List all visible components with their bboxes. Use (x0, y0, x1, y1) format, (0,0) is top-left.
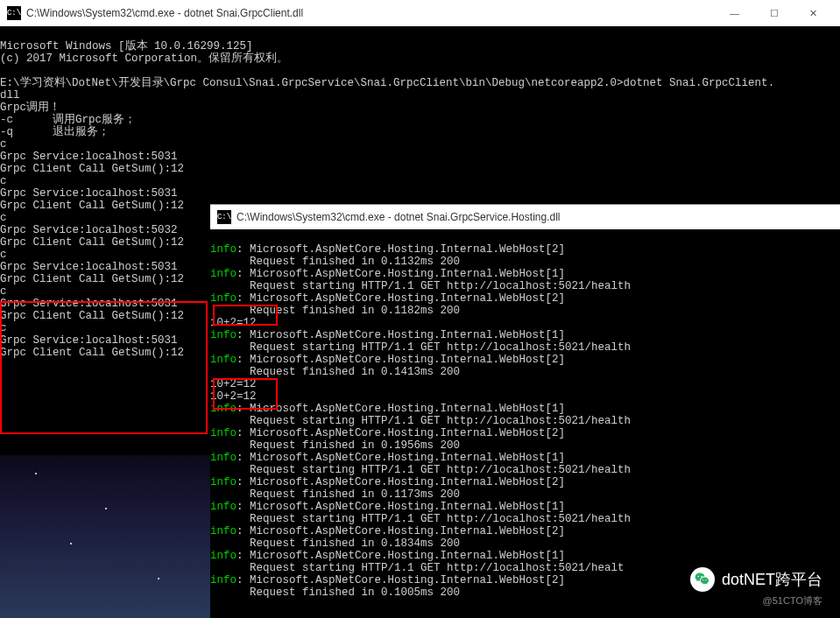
maximize-button[interactable]: ☐ (754, 0, 794, 26)
terminal-line: dll (0, 89, 20, 102)
watermark-text: dotNET跨平台 (722, 569, 822, 590)
info-label: info (210, 292, 236, 305)
terminal-line: c (0, 175, 7, 187)
window1-title: C:\Windows\System32\cmd.exe - dotnet Sna… (26, 7, 303, 19)
info-label: info (210, 354, 236, 366)
minimize-button[interactable]: — (715, 0, 754, 26)
terminal-line: (c) 2017 Microsoft Corporation。保留所有权利。 (0, 53, 288, 65)
window1-titlebar: C:\ C:\Windows\System32\cmd.exe - dotnet… (0, 0, 840, 26)
terminal-line: Microsoft Windows [版本 10.0.16299.125] (0, 40, 253, 53)
info-label: info (210, 476, 236, 488)
cmd-icon: C:\ (7, 6, 21, 20)
info-label: info (210, 525, 236, 537)
terminal-line: : Microsoft.AspNetCore.Hosting.Internal.… (236, 292, 565, 305)
terminal-line: : Microsoft.AspNetCore.Hosting.Internal.… (236, 476, 565, 488)
terminal-line: Grpc Service:localhost:5031 (0, 187, 178, 200)
window2: C:\ C:\Windows\System32\cmd.exe - dotnet… (210, 204, 840, 618)
terminal-line: Grpc Client Call GetSum():12 (0, 310, 184, 322)
terminal-line: Request starting HTTP/1.1 GET http://loc… (210, 464, 631, 476)
info-label: info (210, 268, 236, 280)
terminal-line: Request starting HTTP/1.1 GET http://loc… (210, 562, 625, 574)
terminal-line: Grpc调用！ (0, 102, 60, 114)
terminal-line: : Microsoft.AspNetCore.Hosting.Internal.… (236, 574, 565, 586)
info-label: info (210, 550, 236, 562)
terminal-line: : Microsoft.AspNetCore.Hosting.Internal.… (236, 427, 565, 439)
terminal-line: : Microsoft.AspNetCore.Hosting.Internal.… (236, 268, 565, 280)
info-label: info (210, 427, 236, 439)
terminal-line: Request starting HTTP/1.1 GET http://loc… (210, 280, 631, 292)
terminal-line: Grpc Client Call GetSum():12 (0, 200, 184, 212)
terminal-line: Grpc Client Call GetSum():12 (0, 347, 184, 359)
terminal-line: Request finished in 0.1132ms 200 (210, 256, 460, 268)
terminal-line: Grpc Client Call GetSum():12 (0, 236, 184, 249)
terminal-line: Request starting HTTP/1.1 GET http://loc… (210, 513, 631, 525)
terminal-line: Grpc Service:localhost:5031 (0, 151, 178, 163)
terminal2[interactable]: info: Microsoft.AspNetCore.Hosting.Inter… (210, 229, 840, 613)
terminal-line: Request finished in 0.1005ms 200 (210, 586, 460, 599)
terminal-line: : Microsoft.AspNetCore.Hosting.Internal.… (236, 354, 565, 366)
terminal-line: c (0, 249, 7, 261)
info-label: info (210, 329, 236, 341)
terminal-line: Grpc Service:localhost:5031 (0, 334, 178, 347)
window1-controls: — ☐ ✕ (715, 0, 833, 26)
wechat-icon (690, 567, 715, 592)
terminal-line: -q 退出服务； (0, 126, 109, 138)
terminal-line: : Microsoft.AspNetCore.Hosting.Internal.… (236, 452, 565, 464)
terminal-line: : Microsoft.AspNetCore.Hosting.Internal.… (236, 525, 565, 537)
terminal-line: Request starting HTTP/1.1 GET http://loc… (210, 341, 631, 354)
info-label: info (210, 574, 236, 586)
desktop-background (0, 455, 210, 618)
terminal-line: Request starting HTTP/1.1 GET http://loc… (210, 415, 631, 427)
close-button[interactable]: ✕ (794, 0, 833, 26)
terminal-line: Grpc Service:localhost:5031 (0, 261, 178, 273)
info-label: info (210, 501, 236, 513)
terminal-line: Grpc Service:localhost:5032 (0, 224, 178, 236)
terminal-line: Grpc Service:localhost:5031 (0, 298, 178, 310)
terminal-line: : Microsoft.AspNetCore.Hosting.Internal.… (236, 550, 565, 562)
terminal-line: : Microsoft.AspNetCore.Hosting.Internal.… (236, 243, 565, 256)
terminal-line: : Microsoft.AspNetCore.Hosting.Internal.… (236, 501, 565, 513)
watermark-sub: @51CTO博客 (763, 594, 822, 607)
terminal-line: : Microsoft.AspNetCore.Hosting.Internal.… (236, 403, 565, 415)
terminal-line: Request finished in 0.1956ms 200 (210, 439, 460, 452)
terminal-line: Grpc Client Call GetSum():12 (0, 273, 184, 285)
terminal-line: c (0, 138, 7, 151)
terminal-line: Request finished in 0.1413ms 200 (210, 366, 460, 378)
info-label: info (210, 243, 236, 256)
window2-title: C:\Windows\System32\cmd.exe - dotnet Sna… (236, 211, 560, 223)
terminal-line: c (0, 212, 7, 224)
terminal-line: -c 调用Grpc服务； (0, 114, 136, 126)
terminal-line: Grpc Client Call GetSum():12 (0, 163, 184, 175)
terminal-line: Request finished in 0.1173ms 200 (210, 488, 460, 501)
terminal-line: 10+2=12 (210, 390, 257, 403)
terminal-line: Request finished in 0.1834ms 200 (210, 537, 460, 550)
terminal-line: Request finished in 0.1182ms 200 (210, 305, 460, 317)
cmd-icon: C:\ (217, 210, 231, 224)
terminal-line: c (0, 322, 7, 334)
terminal-line: 10+2=12 (210, 317, 257, 329)
terminal-line: c (0, 285, 7, 298)
watermark: dotNET跨平台 (690, 567, 822, 592)
window2-titlebar: C:\ C:\Windows\System32\cmd.exe - dotnet… (210, 205, 840, 229)
info-label: info (210, 403, 236, 415)
info-label: info (210, 452, 236, 464)
terminal-line: : Microsoft.AspNetCore.Hosting.Internal.… (236, 329, 565, 341)
terminal-line: 10+2=12 (210, 378, 257, 390)
terminal-line: E:\学习资料\DotNet\开发目录\Grpc Consul\Snai.Grp… (0, 77, 774, 89)
